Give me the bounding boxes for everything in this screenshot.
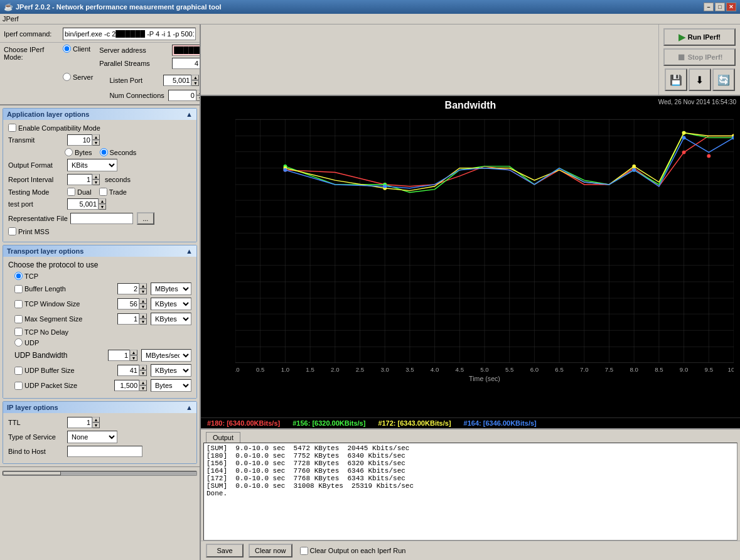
listen-down[interactable]: ▼ xyxy=(191,80,199,86)
client-radio[interactable] xyxy=(63,45,71,53)
buffer-length-input[interactable] xyxy=(117,283,139,294)
tcp-radio-label[interactable]: TCP xyxy=(14,272,38,280)
ttl-up[interactable]: ▲ xyxy=(92,417,100,423)
trade-check-label[interactable]: Trade xyxy=(99,188,127,196)
udp-buffer-input[interactable] xyxy=(117,365,139,376)
maximize-button[interactable]: □ xyxy=(715,3,725,11)
max-segment-check[interactable] xyxy=(14,315,23,323)
udp-packet-check[interactable] xyxy=(14,382,23,390)
udp-bandwidth-unit[interactable]: MBytes/sec KBytes/sec xyxy=(141,349,191,362)
close-button[interactable]: ✕ xyxy=(726,3,736,11)
ttl-input[interactable] xyxy=(67,417,92,428)
tcpwin-up[interactable]: ▲ xyxy=(139,298,147,304)
bytes-radio-label[interactable]: Bytes xyxy=(65,148,92,156)
print-mss-check[interactable] xyxy=(8,227,16,235)
clear-on-run-label[interactable]: Clear Output on each Iperf Run xyxy=(300,547,406,555)
ttl-down[interactable]: ▼ xyxy=(92,423,100,428)
transmit-up[interactable]: ▲ xyxy=(92,134,100,140)
buflen-up[interactable]: ▲ xyxy=(139,283,147,289)
transmit-down[interactable]: ▼ xyxy=(92,140,100,146)
tcp-nodelay-check[interactable] xyxy=(14,328,23,336)
iperf-command-input[interactable] xyxy=(63,28,196,40)
bind-host-input[interactable] xyxy=(67,446,142,457)
tos-select[interactable]: None xyxy=(67,431,117,443)
server-radio-label[interactable]: Server xyxy=(63,73,93,81)
listen-up[interactable]: ▲ xyxy=(191,75,199,80)
menu-jperf[interactable]: JPerf xyxy=(3,15,19,23)
browse-button[interactable]: ... xyxy=(137,212,154,225)
app-layer-collapse[interactable]: ▲ xyxy=(186,110,193,118)
tcp-window-input[interactable] xyxy=(117,298,139,310)
left-scroll-bar[interactable] xyxy=(3,471,197,476)
trade-check[interactable] xyxy=(99,188,107,196)
udp-buffer-check[interactable] xyxy=(14,367,23,375)
parallel-streams-input[interactable] xyxy=(172,58,200,69)
transmit-input[interactable] xyxy=(67,134,92,146)
run-iperf-button[interactable]: ▶ Run IPerf! xyxy=(663,28,736,46)
tcp-nodelay-check-label[interactable]: TCP No Delay xyxy=(14,328,68,336)
udp-bandwidth-input[interactable] xyxy=(108,350,130,361)
down-icon-button[interactable]: ⬇ xyxy=(689,68,711,91)
clear-now-button[interactable]: Clear now xyxy=(249,544,292,557)
tcp-radio[interactable] xyxy=(14,272,23,280)
tcp-window-unit[interactable]: KBytes MBytes xyxy=(151,298,191,310)
tcpwin-down[interactable]: ▼ xyxy=(139,304,147,310)
seconds-radio-label[interactable]: Seconds xyxy=(100,148,137,156)
test-port-input[interactable] xyxy=(67,198,99,210)
testport-up[interactable]: ▲ xyxy=(99,198,106,204)
udp-radio[interactable] xyxy=(14,338,23,347)
minimize-button[interactable]: – xyxy=(704,3,714,11)
udp-packet-check-label[interactable]: UDP Packet Size xyxy=(14,382,77,390)
ip-layer-collapse[interactable]: ▲ xyxy=(186,404,193,411)
testport-down[interactable]: ▼ xyxy=(99,204,106,210)
clear-on-run-check[interactable] xyxy=(300,547,308,555)
output-tab[interactable]: Output xyxy=(206,432,240,443)
tcp-window-check-label[interactable]: TCP Window Size xyxy=(14,300,80,308)
save-output-button[interactable]: Save xyxy=(206,544,244,557)
refresh-icon-button[interactable]: 🔄 xyxy=(712,68,735,91)
udppkt-up[interactable]: ▲ xyxy=(139,380,147,385)
stop-iperf-button[interactable]: ⏹ Stop IPerf! xyxy=(663,48,736,66)
dual-check-label[interactable]: Dual xyxy=(67,188,92,196)
udpbuf-up[interactable]: ▲ xyxy=(139,365,147,370)
num-connections-input[interactable] xyxy=(168,90,196,101)
interval-up[interactable]: ▲ xyxy=(92,174,100,180)
save-icon-button[interactable]: 💾 xyxy=(665,68,687,91)
buffer-length-unit[interactable]: MBytes KBytes xyxy=(151,283,191,295)
report-interval-input[interactable] xyxy=(67,174,92,185)
transport-layer-collapse[interactable]: ▲ xyxy=(186,247,193,255)
tcp-window-check[interactable] xyxy=(14,300,23,308)
interval-down[interactable]: ▼ xyxy=(92,180,100,185)
server-address-input[interactable] xyxy=(172,45,201,56)
output-format-select[interactable]: KBits MBits KBytes MBytes xyxy=(67,159,117,171)
dual-check[interactable] xyxy=(67,188,75,196)
bytes-radio[interactable] xyxy=(65,148,73,156)
udppkt-down[interactable]: ▼ xyxy=(139,385,147,391)
numconn-up[interactable]: ▲ xyxy=(196,90,201,95)
server-radio[interactable] xyxy=(63,73,71,81)
compat-check-label[interactable]: Enable Compatibility Mode xyxy=(8,124,100,132)
udp-packet-unit[interactable]: Bytes KBytes xyxy=(151,379,191,392)
udpbw-down[interactable]: ▼ xyxy=(130,355,137,361)
rep-file-input[interactable] xyxy=(70,213,133,224)
max-segment-input[interactable] xyxy=(117,313,139,325)
listen-port-input[interactable] xyxy=(163,75,191,86)
buffer-length-check[interactable] xyxy=(14,285,23,293)
max-segment-unit[interactable]: KBytes Bytes xyxy=(151,313,191,325)
udp-packet-input[interactable] xyxy=(114,380,139,391)
print-mss-label[interactable]: Print MSS xyxy=(8,227,50,235)
buflen-down[interactable]: ▼ xyxy=(139,289,147,294)
udp-buffer-unit[interactable]: KBytes MBytes xyxy=(151,364,191,377)
maxseg-up[interactable]: ▲ xyxy=(139,313,147,319)
maxseg-down[interactable]: ▼ xyxy=(139,319,147,325)
client-radio-label[interactable]: Client xyxy=(63,45,90,53)
udpbuf-down[interactable]: ▼ xyxy=(139,370,147,376)
numconn-down[interactable]: ▼ xyxy=(196,95,201,101)
compat-check[interactable] xyxy=(8,124,16,132)
output-text[interactable]: [SUM] 9.0-10.0 sec 5472 KBytes 20445 Kbi… xyxy=(203,443,737,541)
buffer-length-check-label[interactable]: Buffer Length xyxy=(14,285,66,293)
seconds-radio[interactable] xyxy=(100,148,108,156)
udpbw-up[interactable]: ▲ xyxy=(130,350,137,355)
udp-buffer-check-label[interactable]: UDP Buffer Size xyxy=(14,367,75,375)
udp-radio-label[interactable]: UDP xyxy=(14,338,39,347)
